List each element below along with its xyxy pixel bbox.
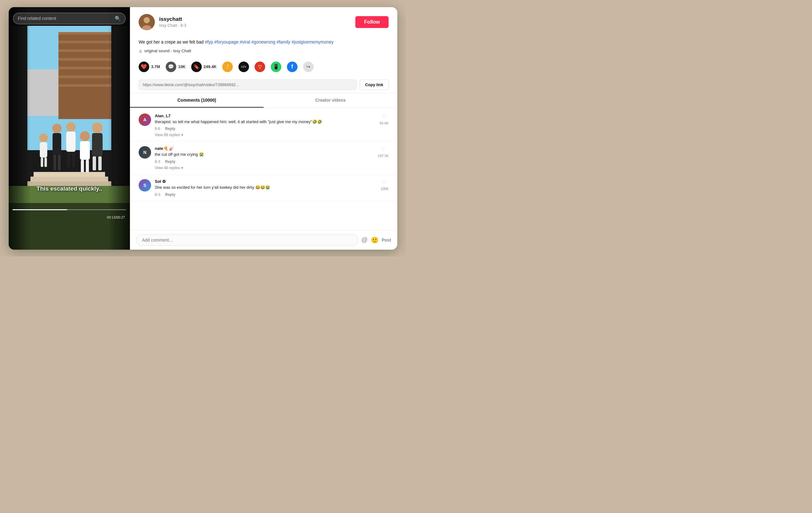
comment-avatar: S [139, 179, 151, 192]
chevron-down-icon: ▾ [181, 166, 183, 170]
reply-button[interactable]: Reply [165, 193, 175, 197]
view-replies-button[interactable]: View 89 replies ▾ [155, 133, 376, 137]
svg-rect-7 [58, 67, 111, 69]
whatsapp-button[interactable]: 📱 [271, 62, 281, 72]
display-name: Issy Chatt [159, 23, 177, 28]
user-date: 8-3 [181, 23, 186, 28]
search-input[interactable] [18, 16, 112, 21]
bookmark-icon: 🔖 [191, 62, 202, 72]
comment-icon: 💬 [166, 62, 176, 72]
pocket-button[interactable]: ▽ [255, 62, 265, 72]
svg-rect-21 [41, 158, 43, 167]
tab-comments[interactable]: Comments (10000) [130, 93, 264, 108]
comment-like-count: 147.3K [378, 154, 388, 158]
svg-rect-20 [40, 142, 47, 158]
sound-text: original sound - Issy Chatt [145, 49, 191, 53]
svg-rect-4 [58, 41, 111, 43]
reply-button[interactable]: Reply [165, 160, 175, 164]
comment-heart-icon[interactable]: ♡ [381, 146, 386, 153]
comment-body: Alan_L7 therapist: so tell me what happe… [155, 113, 376, 137]
svg-rect-32 [80, 141, 90, 160]
comment-username: Sol ✿ [155, 179, 377, 184]
desc-text: We got her a crepe as we felt bad #fyp #… [139, 39, 388, 46]
comment-meta: 8-3 Reply [155, 193, 377, 197]
share-yellow-button[interactable]: ⤴ [222, 62, 233, 72]
hashtag-justgivememymoney[interactable]: #justgivememymoney [292, 39, 334, 45]
music-note-icon: ♫ [139, 49, 142, 54]
forward-icon: ↪ [303, 62, 314, 72]
hashtag-viral[interactable]: #viral [240, 39, 251, 45]
embed-icon: </> [238, 62, 249, 72]
svg-rect-3 [58, 32, 111, 34]
facebook-icon: f [287, 62, 297, 72]
bookmark-button[interactable]: 🔖 249.4K [191, 62, 217, 72]
svg-point-35 [92, 122, 103, 133]
svg-rect-41 [12, 209, 67, 210]
comment-like: ♡ 147.3K [378, 146, 388, 170]
heart-icon: ❤️ [139, 62, 149, 72]
comment-item: S Sol ✿ She was so excited for her turn … [130, 175, 397, 201]
sound-line: ♫ original sound - Issy Chatt [139, 49, 388, 54]
user-header: issychatt Issy Chatt · 8-3 Follow [130, 7, 397, 35]
comment-date: 8-3 [155, 160, 160, 164]
main-container: 🔍 [9, 7, 397, 250]
tab-creator-videos[interactable]: Creator videos [264, 93, 397, 108]
embed-button[interactable]: </> [238, 62, 249, 72]
username: issychatt [159, 16, 351, 22]
comment-username: nate🍕 🎸 [155, 146, 374, 151]
hashtag-foryoupage[interactable]: #foryoupage [214, 39, 240, 45]
comment-avatar: A [139, 113, 151, 126]
at-mention-icon[interactable]: @ [361, 236, 368, 244]
comment-item: A Alan_L7 therapist: so tell me what hap… [130, 109, 397, 142]
emoji-icon[interactable]: 🙂 [371, 236, 379, 244]
svg-text:00:13/00:27: 00:13/00:27 [107, 216, 125, 219]
desc-main: We got her a crepe as we felt bad [139, 39, 205, 45]
comment-meta: 8-6 Reply [155, 126, 376, 131]
post-button[interactable]: Post [382, 237, 391, 243]
comments-section: A Alan_L7 therapist: so tell me what hap… [130, 108, 397, 230]
search-bar[interactable]: 🔍 [13, 13, 125, 24]
view-replies-button[interactable]: View 48 replies ▾ [155, 166, 374, 170]
bookmark-count: 249.4K [204, 64, 217, 69]
add-comment-input[interactable] [136, 234, 358, 246]
svg-rect-29 [67, 152, 70, 167]
like-button[interactable]: ❤️ 3.7M [139, 62, 160, 72]
video-panel: 🔍 [9, 7, 130, 250]
comment-text: the cut off got me crying 😭 [155, 152, 374, 158]
svg-rect-9 [58, 84, 111, 87]
forward-button[interactable]: ↪ [303, 62, 314, 72]
svg-rect-25 [54, 155, 56, 170]
follow-button[interactable]: Follow [355, 16, 388, 28]
whatsapp-icon: 📱 [271, 62, 281, 72]
svg-rect-33 [81, 160, 84, 172]
comment-button[interactable]: 💬 10K [166, 62, 185, 72]
hashtag-gonewrong[interactable]: #gonewrong [251, 39, 277, 45]
pocket-icon: ▽ [255, 62, 265, 72]
url-display: https://www.tiktok.com/@issychatt/video/… [139, 80, 356, 90]
svg-rect-24 [53, 133, 61, 155]
svg-rect-22 [45, 158, 47, 167]
video-image: This escalated quickly.. 00:13/00:27 [9, 7, 130, 250]
comment-count: 10K [178, 64, 185, 69]
svg-rect-28 [66, 132, 76, 152]
hashtag-family[interactable]: #family [277, 39, 291, 45]
svg-point-27 [66, 122, 76, 132]
comment-item: N nate🍕 🎸 the cut off got me crying 😭 8-… [130, 142, 397, 175]
avatar [139, 14, 155, 30]
comment-body: Sol ✿ She was so excited for her turn y'… [155, 179, 377, 197]
comment-date: 8-3 [155, 193, 160, 197]
reply-button[interactable]: Reply [165, 126, 175, 131]
comment-meta: 8-3 Reply [155, 160, 374, 164]
comment-heart-icon[interactable]: ♡ [382, 179, 387, 186]
hashtag-fyp[interactable]: #fyp [205, 39, 214, 45]
svg-rect-34 [86, 160, 89, 172]
svg-point-44 [144, 17, 150, 23]
copy-link-button[interactable]: Copy link [360, 80, 388, 90]
svg-rect-8 [58, 76, 111, 78]
svg-rect-36 [92, 133, 103, 156]
facebook-button[interactable]: f [287, 62, 297, 72]
avatar-image [139, 14, 155, 30]
tabs-row: Comments (10000) Creator videos [130, 93, 397, 108]
comment-heart-icon[interactable]: ♡ [382, 113, 387, 120]
url-row: https://www.tiktok.com/@issychatt/video/… [130, 77, 397, 93]
